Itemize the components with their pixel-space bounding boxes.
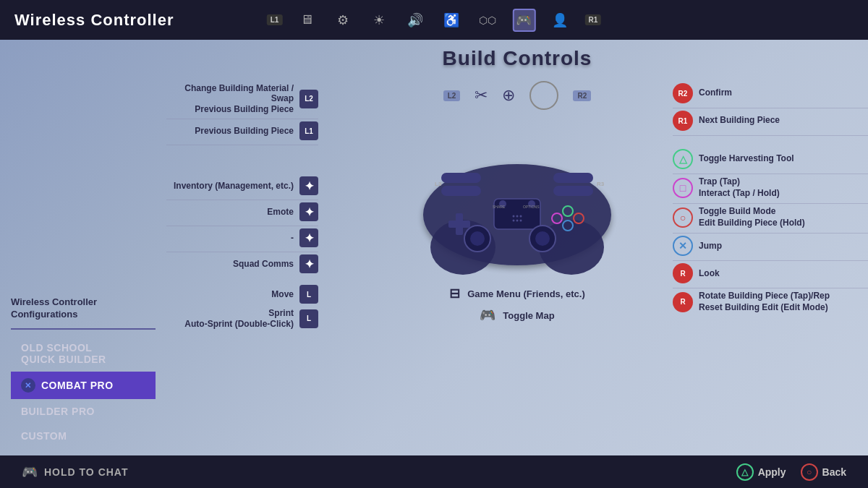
build-mode-circle-icon: ○ <box>673 207 693 228</box>
nav-brightness-icon[interactable]: ☀ <box>367 9 391 32</box>
chat-icon: 🎮 <box>22 464 38 480</box>
trap-square-icon: □ <box>673 178 693 198</box>
svg-point-23 <box>513 220 515 222</box>
right-divider6 <box>673 260 868 261</box>
sprint-badge: L <box>299 309 318 328</box>
right-divider5 <box>673 233 868 234</box>
trap-text: Trap (Tap)Interact (Tap / Hold) <box>699 176 780 199</box>
right-action-confirm: R2 Confirm <box>665 83 868 103</box>
right-action-jump: ✕ Jump <box>665 236 868 256</box>
apply-triangle-icon: △ <box>736 463 754 481</box>
left-action-dash: - ✦ <box>166 228 326 247</box>
left-action-prev-piece: Previous Building Piece L1 <box>166 121 326 140</box>
button-icons-row: L2 ✂ ⊕ R2 <box>443 81 591 110</box>
nav-r1-badge[interactable]: R1 <box>584 14 601 25</box>
dash-text: - <box>291 233 294 243</box>
svg-text:R3: R3 <box>597 181 605 187</box>
look-text: Look <box>699 268 720 280</box>
right-divider7 <box>673 288 868 288</box>
svg-rect-14 <box>441 186 481 196</box>
nav-l1-badge[interactable]: L1 <box>267 14 283 25</box>
harvest-text: Toggle Harvesting Tool <box>699 153 794 165</box>
emote-badge: ✦ <box>299 202 318 221</box>
svg-point-25 <box>520 220 522 222</box>
svg-rect-17 <box>553 173 593 183</box>
back-label: Back <box>822 466 846 478</box>
l1-badge: L1 <box>299 121 318 140</box>
left-action-emote: Emote ✦ <box>166 202 326 221</box>
nav-accessibility-icon[interactable]: ♿ <box>440 9 463 32</box>
right-divider2 <box>673 135 868 136</box>
r2-label: R2 <box>573 90 591 101</box>
build-mode-text: Toggle Build ModeEdit Building Piece (Ho… <box>699 206 805 228</box>
inventory-badge: ✦ <box>299 176 318 195</box>
right-divider4 <box>673 203 868 204</box>
move-icon: ⊕ <box>502 86 515 105</box>
svg-text:L3: L3 <box>435 181 442 187</box>
divider3 <box>166 200 318 200</box>
l2-label: L2 <box>443 90 461 101</box>
emote-text: Emote <box>267 207 294 217</box>
svg-text:OPTIONS: OPTIONS <box>523 205 540 209</box>
next-piece-r1-icon: R1 <box>673 111 693 131</box>
toggle-map-text: Toggle Map <box>503 310 554 321</box>
divider5 <box>166 252 318 252</box>
bottom-bar: 🎮 HOLD TO CHAT △ Apply ○ Back <box>0 455 868 488</box>
hold-to-chat[interactable]: 🎮 HOLD TO CHAT <box>22 464 128 480</box>
svg-point-11 <box>470 231 485 246</box>
divider4 <box>166 226 318 226</box>
right-action-harvest: △ Toggle Harvesting Tool <box>665 149 868 169</box>
right-action-rotate: R Rotate Building Piece (Tap)/RepReset B… <box>665 291 868 313</box>
config-combat-pro-label: COMBAT PRO <box>41 380 114 391</box>
left-action-move: Move L <box>166 285 326 304</box>
sprint-text: SprintAuto-Sprint (Double-Click) <box>184 308 294 329</box>
controller-image: L3 R3 SHARE OPTIONS <box>401 121 633 280</box>
hold-to-chat-label: HOLD TO CHAT <box>44 466 128 478</box>
jump-text: Jump <box>699 241 722 252</box>
divider1 <box>166 119 318 119</box>
right-action-trap: □ Trap (Tap)Interact (Tap / Hold) <box>665 176 868 199</box>
right-divider1 <box>673 108 868 108</box>
right-action-look: R Look <box>665 263 868 283</box>
nav-settings-icon[interactable]: ⚙ <box>331 9 354 32</box>
back-action[interactable]: ○ Back <box>801 463 846 481</box>
config-builder-pro[interactable]: BUILDER PRO <box>11 399 156 424</box>
nav-monitor-icon[interactable]: 🖥 <box>295 9 318 32</box>
config-custom[interactable]: CUSTOM <box>11 424 156 448</box>
left-action-squad: Squad Comms ✦ <box>166 254 326 273</box>
config-old-school[interactable]: OLD SCHOOLQUICK BUILDER <box>11 335 156 372</box>
right-divider3 <box>673 174 868 174</box>
prev-piece-text: Previous Building Piece <box>195 126 294 136</box>
rotate-text: Rotate Building Piece (Tap)/RepReset Bui… <box>699 291 830 313</box>
nav-user-icon[interactable]: 👤 <box>548 9 571 32</box>
sidebar-title: Wireless ControllerConfigurations <box>11 296 156 321</box>
apply-action[interactable]: △ Apply <box>736 463 786 481</box>
svg-point-20 <box>513 215 515 218</box>
config-builder-pro-label: BUILDER PRO <box>21 406 95 417</box>
harvest-triangle-icon: △ <box>673 149 693 169</box>
next-piece-text: Next Building Piece <box>699 115 780 127</box>
config-old-school-label: OLD SCHOOLQUICK BUILDER <box>21 342 106 365</box>
controller-container: L3 R3 SHARE OPTIONS <box>401 121 633 280</box>
nav-network-icon[interactable]: ⬡⬡ <box>476 9 499 32</box>
game-menu-text: Game Menu (Friends, etc.) <box>467 288 585 299</box>
toggle-map-icon: 🎮 <box>480 307 495 323</box>
config-combat-pro[interactable]: ✕ COMBAT PRO <box>11 372 156 399</box>
l2-badge: L2 <box>299 90 318 108</box>
nav-controller-icon[interactable]: 🎮 <box>512 9 535 32</box>
look-rs-icon: R <box>673 263 693 283</box>
svg-text:SHARE: SHARE <box>493 205 506 209</box>
squad-badge: ✦ <box>299 254 318 273</box>
back-circle-icon: ○ <box>801 463 818 481</box>
toggle-map-item: 🎮 Toggle Map <box>480 307 554 323</box>
change-material-text: Change Building Material / SwapPrevious … <box>166 83 294 114</box>
move-text: Move <box>271 289 294 299</box>
inventory-text: Inventory (Management, etc.) <box>174 181 294 191</box>
right-actions: R2 Confirm R1 Next Building Piece △ Togg… <box>665 83 868 318</box>
top-bar: Wireless Controller L1 🖥 ⚙ ☀ 🔊 ♿ ⬡⬡ 🎮 👤 … <box>0 0 868 40</box>
rotate-r3-icon: R <box>673 292 693 312</box>
right-action-next-piece: R1 Next Building Piece <box>665 111 868 131</box>
svg-point-24 <box>516 220 519 222</box>
nav-sound-icon[interactable]: 🔊 <box>404 9 427 32</box>
svg-rect-5 <box>448 221 470 228</box>
